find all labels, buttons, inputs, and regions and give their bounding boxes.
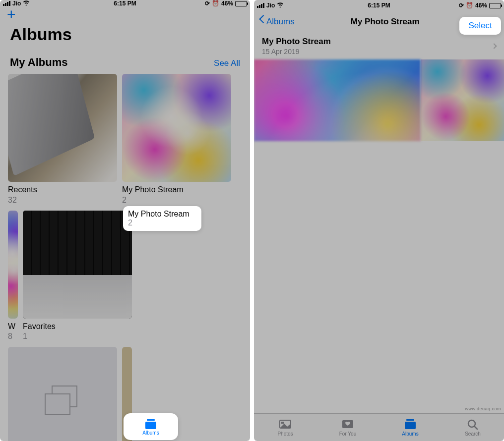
album-title: Recents: [8, 185, 117, 195]
album-title: Favorites: [23, 322, 132, 332]
album-title: My Photo Stream: [122, 185, 231, 195]
wifi-icon: [23, 0, 30, 7]
alarm-icon: ⏰: [212, 0, 219, 7]
large-title: Albums: [0, 22, 250, 49]
album-my-photo-stream[interactable]: My Photo Stream 2: [122, 74, 231, 206]
album-thumbnail: ♥: [23, 211, 132, 319]
screen-albums: Jio 6:15 PM ⟳ ⏰ 46% + Albums My Albums S…: [0, 0, 250, 441]
album-count: 32: [8, 195, 117, 206]
section-title: My Albums: [10, 56, 68, 69]
clock: 6:15 PM: [114, 0, 136, 7]
album-partial-1[interactable]: W 8: [8, 211, 18, 342]
album-title: W: [8, 322, 18, 332]
watermark: www.deuaq.com: [465, 406, 501, 411]
status-bar: Jio 6:15 PM ⟳ ⏰ 46%: [0, 0, 250, 7]
album-thumbnail: [8, 74, 117, 182]
orientation-lock-icon: ⟳: [205, 0, 210, 7]
album-over[interactable]: Over 0: [8, 347, 117, 441]
section-header-my-albums: My Albums See All: [0, 49, 250, 74]
album-count: 1: [23, 331, 132, 342]
see-all-link[interactable]: See All: [214, 58, 240, 68]
screen-photo-stream: Jio 6:15 PM ⟳ ⏰ 46% Albums My Photo Stre…: [254, 0, 504, 441]
nav-bar: +: [0, 7, 250, 22]
album-partial-2[interactable]: h 0: [122, 347, 132, 441]
photo-grid: [254, 59, 504, 141]
add-album-button[interactable]: +: [5, 7, 18, 22]
album-count: 2: [122, 195, 231, 206]
stack-icon: [45, 386, 80, 416]
photo-item[interactable]: [421, 59, 504, 141]
heart-icon: ♥: [27, 302, 40, 315]
album-recents[interactable]: Recents 32: [8, 74, 117, 206]
album-grid: Recents 32 My Photo Stream 2 W 8 ♥ Favor…: [0, 74, 250, 441]
album-thumbnail: [8, 211, 18, 319]
signal-icon: [3, 1, 10, 6]
album-thumbnail: [122, 74, 231, 182]
battery-pct: 46%: [221, 0, 233, 7]
album-count: 8: [8, 331, 18, 342]
album-thumbnail: [8, 347, 117, 441]
battery-icon: [235, 1, 247, 6]
album-thumbnail: [122, 347, 132, 441]
album-favorites[interactable]: ♥ Favorites 1: [23, 211, 132, 342]
